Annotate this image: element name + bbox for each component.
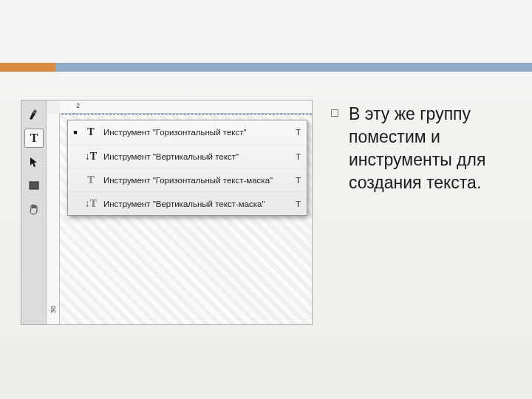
current-marker-icon: ■: [72, 129, 78, 136]
accent-bar: [0, 63, 532, 72]
vertical-text-mask-icon: ↓T: [84, 197, 98, 211]
flyout-shortcut: T: [290, 128, 301, 137]
flyout-label: Инструмент "Горизонтальный текст-маска": [103, 176, 284, 185]
paragraph-text: В эту же группу поместим и инструменты д…: [349, 103, 511, 194]
flyout-item-vertical-text-mask[interactable]: ↓T Инструмент "Вертикальный текст-маска"…: [68, 191, 307, 215]
flyout-item-horizontal-text[interactable]: ■ T Инструмент "Горизонтальный текст" T: [68, 120, 307, 144]
vertical-text-icon: ↓T: [84, 150, 98, 163]
bullet-item: В эту же группу поместим и инструменты д…: [331, 103, 511, 194]
ruler-h-tick: 2: [76, 102, 80, 109]
screenshot-frame: T 2 30: [21, 100, 313, 325]
canvas-area: 2 30 ■ T Инструмент "Горизонтальный текс…: [47, 100, 312, 324]
type-tool[interactable]: T: [24, 129, 44, 148]
flyout-label: Инструмент "Вертикальный текст-маска": [103, 200, 284, 208]
horizontal-text-mask-icon: T: [84, 174, 98, 187]
arrow-icon: [28, 156, 40, 168]
type-icon: T: [30, 132, 38, 145]
ruler-vertical: 30: [47, 114, 60, 324]
pen-icon: [27, 108, 41, 121]
flyout-shortcut: T: [290, 200, 301, 208]
accent-blue: [55, 63, 532, 72]
path-select-tool[interactable]: [24, 152, 44, 171]
flyout-label: Инструмент "Вертикальный текст": [103, 152, 284, 161]
flyout-item-horizontal-text-mask[interactable]: T Инструмент "Горизонтальный текст-маска…: [68, 168, 307, 191]
toolbox-panel: T: [21, 100, 47, 324]
ruler-v-tick: 30: [50, 306, 57, 313]
shape-tool[interactable]: [24, 176, 44, 195]
pen-tool[interactable]: [24, 105, 44, 124]
type-tool-flyout: ■ T Инструмент "Горизонтальный текст" T …: [67, 120, 307, 216]
horizontal-text-icon: T: [84, 126, 98, 139]
content-area: T 2 30: [0, 72, 532, 325]
flyout-shortcut: T: [290, 176, 301, 185]
flyout-shortcut: T: [290, 152, 301, 161]
svg-rect-0: [30, 182, 38, 189]
hand-tool[interactable]: [24, 200, 44, 219]
title-spacer: [0, 0, 532, 63]
accent-orange: [0, 63, 55, 72]
side-text: В эту же группу поместим и инструменты д…: [331, 100, 511, 325]
canvas-inner[interactable]: ■ T Инструмент "Горизонтальный текст" T …: [60, 114, 312, 324]
rect-icon: [28, 180, 40, 191]
hand-icon: [27, 202, 41, 216]
square-bullet-icon: [331, 109, 338, 117]
flyout-label: Инструмент "Горизонтальный текст": [103, 128, 284, 137]
flyout-item-vertical-text[interactable]: ↓T Инструмент "Вертикальный текст" T: [68, 144, 307, 168]
ruler-horizontal: 2: [60, 100, 312, 114]
